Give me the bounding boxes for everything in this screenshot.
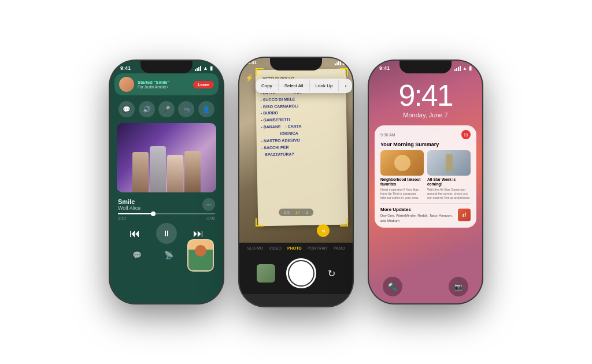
song-title: Smile: [118, 198, 140, 205]
speaker-button[interactable]: 🔊: [139, 101, 155, 117]
time-row: 1:19 -2:02: [110, 216, 223, 221]
phone2-time: 9:41: [247, 60, 257, 65]
figure-1: [132, 152, 149, 192]
video-mode[interactable]: VIDEO: [269, 246, 282, 250]
phone-1: 9:41 ▲ ▮ Started "Smile" For: [110, 61, 223, 303]
live-text-indicator[interactable]: ⊡: [317, 224, 330, 237]
news-body-2: With the All-Star Game just around the c…: [427, 188, 471, 200]
zoom-controls: 0.5 1× 2: [279, 209, 313, 216]
banner-title: Started "Smile": [138, 80, 190, 85]
thumb-person: [188, 240, 213, 270]
phone-2: 9:41 ▮ ⚡ ^: [239, 58, 353, 306]
phone2-screen: 9:41 ▮ ⚡ ^: [239, 58, 353, 306]
morning-summary-card[interactable]: 9:30 AM 11 Your Morning Summary Neighbor…: [375, 125, 476, 228]
call-controls-row: 💬 🔊 🎤 📹 👤: [110, 98, 223, 121]
progress-bar[interactable]: [118, 213, 215, 214]
photo-mode[interactable]: PHOTO: [287, 246, 302, 250]
news-headline-2: All-Star Week is coming!: [427, 177, 471, 187]
zoom-1x-button[interactable]: 1×: [294, 210, 302, 215]
phone3-screen: 9:41 ▲ ▮ 9:41 Monday, June 7: [369, 61, 482, 303]
photo-gallery-thumbnail[interactable]: [257, 264, 275, 283]
more-updates-title: More Updates: [380, 207, 454, 212]
lyrics-button[interactable]: 💬: [132, 251, 142, 259]
notification-title: Your Morning Summary: [380, 142, 471, 147]
fast-forward-button[interactable]: ⏭: [193, 228, 204, 240]
contacts-button[interactable]: 👤: [198, 101, 214, 117]
album-art: [117, 123, 216, 192]
mic-button[interactable]: 🎤: [158, 101, 175, 117]
facetime-banner[interactable]: Started "Smile" For Justin Arnold › Leav…: [114, 73, 219, 95]
zoom-05-button[interactable]: 0.5: [282, 210, 291, 215]
signal-bars-3: [454, 66, 461, 71]
flip-camera-button[interactable]: ↻: [328, 268, 335, 279]
notification-header: 9:30 AM 11: [380, 130, 471, 139]
more-options-button[interactable]: ···: [202, 198, 215, 211]
video-button[interactable]: 📹: [178, 101, 194, 117]
wifi-icon-3: ▲: [462, 66, 467, 71]
more-updates-section: More Updates Day One, WaterMinder, Reddi…: [380, 203, 471, 223]
camera-lock-button[interactable]: 📷: [449, 277, 468, 296]
more-updates-text: More Updates Day One, WaterMinder, Reddi…: [380, 207, 454, 223]
battery-icon-3: ▮: [469, 65, 472, 71]
slo-mo-mode[interactable]: SLO-MO: [247, 246, 264, 250]
figure-4: [184, 151, 201, 192]
shutter-button[interactable]: [286, 258, 316, 288]
note-line-12: SPAZZATURA?: [261, 150, 342, 158]
song-info: Smile Wolf Alice ···: [110, 195, 223, 212]
more-menu-button[interactable]: ›: [339, 80, 352, 91]
lock-screen-time: 9:41: [369, 80, 482, 110]
pano-mode[interactable]: PANO: [334, 246, 345, 250]
flash-button[interactable]: ⚡: [245, 74, 254, 82]
copy-button[interactable]: Copy: [256, 80, 279, 91]
phones-container: 9:41 ▲ ▮ Started "Smile" For: [98, 46, 494, 318]
more-updates-row: More Updates Day One, WaterMinder, Reddi…: [380, 207, 471, 223]
wifi-icon: ▲: [203, 65, 208, 71]
progress-fill: [118, 213, 152, 214]
elapsed-time: 1:19: [118, 216, 126, 220]
lock-screen-date: Monday, June 7: [369, 112, 482, 118]
lock-screen-time-section: 9:41 Monday, June 7: [369, 71, 482, 121]
flashlight-button[interactable]: 🔦: [383, 277, 402, 296]
thumb-head: [195, 245, 206, 257]
phone-3: 9:41 ▲ ▮ 9:41 Monday, June 7: [369, 61, 482, 303]
camera-modes: SLO-MO VIDEO PHOTO PORTRAIT PANO: [239, 243, 353, 252]
camera-icon: 📷: [454, 283, 462, 291]
news-thumb-1: [380, 150, 424, 176]
signal-bars-2: [335, 60, 341, 65]
phone1-notch: [140, 61, 193, 73]
contact-avatar: [119, 77, 134, 92]
phone1-screen: 9:41 ▲ ▮ Started "Smile" For: [110, 61, 223, 303]
song-artist: Wolf Alice: [118, 205, 140, 211]
reddit-icon: r/: [458, 209, 471, 221]
news-headline-1: Neighborhood takeout favorites: [380, 177, 424, 187]
phone2-status-bar: 9:41 ▮: [239, 60, 353, 65]
album-art-figures: [117, 137, 216, 192]
more-updates-body: Day One, WaterMinder, Reddit, Tasty, Ama…: [380, 213, 454, 223]
look-up-button[interactable]: Look Up: [310, 80, 339, 91]
battery-icon-2: ▮: [342, 60, 345, 65]
leave-button[interactable]: Leave: [193, 81, 214, 88]
portrait-mode[interactable]: PORTRAIT: [308, 246, 328, 250]
phone3-notch: [399, 61, 452, 73]
select-all-button[interactable]: Select All: [279, 80, 310, 91]
message-button[interactable]: 💬: [119, 101, 135, 117]
camera-viewfinder: 9:41 ▮ ⚡ ^: [239, 58, 353, 243]
scan-corner-bl: [256, 218, 264, 226]
song-details: Smile Wolf Alice: [118, 198, 140, 211]
facetime-thumbnail: [187, 239, 214, 272]
flashlight-icon: 🔦: [388, 283, 397, 291]
zoom-2x-button[interactable]: 2: [304, 210, 310, 215]
banner-text: Started "Smile" For Justin Arnold ›: [138, 80, 190, 89]
news-item-2[interactable]: All-Star Week is coming! With the All-St…: [427, 150, 471, 200]
figure-2: [150, 146, 166, 192]
signal-bars: [195, 66, 201, 71]
pause-button[interactable]: ⏸: [156, 223, 177, 244]
rewind-button[interactable]: ⏮: [130, 228, 140, 240]
news-items-row: Neighborhood takeout favorites Need insp…: [380, 150, 471, 200]
phone1-time: 9:41: [120, 65, 131, 71]
battery-icon: ▮: [210, 65, 213, 71]
airplay-button[interactable]: 📡: [164, 251, 173, 259]
remaining-time: -2:02: [206, 216, 215, 220]
news-item-1[interactable]: Neighborhood takeout favorites Need insp…: [380, 150, 424, 200]
text-recognition-menu: Copy Select All Look Up ›: [256, 79, 352, 93]
